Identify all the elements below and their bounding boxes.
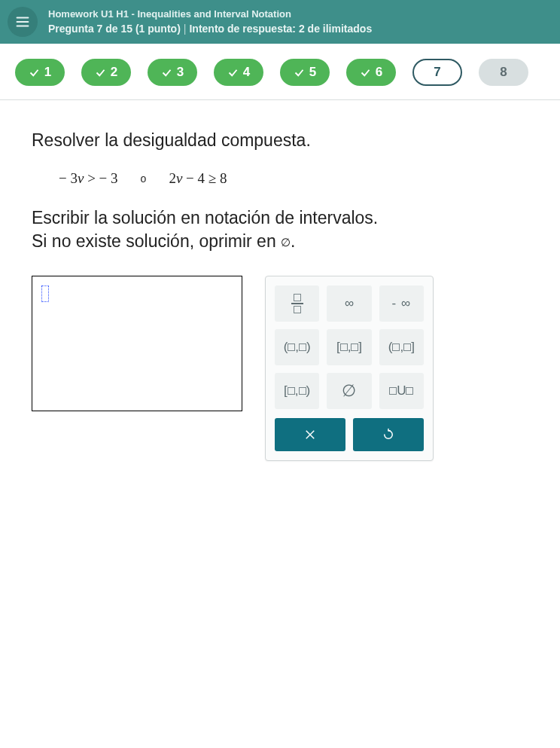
check-icon bbox=[294, 67, 305, 78]
closed-open-icon: [,) bbox=[284, 383, 310, 398]
check-icon bbox=[227, 67, 239, 78]
key-interval-closed-closed[interactable]: [,] bbox=[327, 329, 371, 365]
key-interval-open-open[interactable]: (,) bbox=[275, 329, 319, 365]
question-subtitle: Pregunta 7 de 15 (1 punto)|Intento de re… bbox=[48, 22, 372, 36]
close-icon bbox=[303, 428, 317, 441]
check-icon bbox=[29, 67, 40, 78]
question-pill-7[interactable]: 7 bbox=[412, 59, 462, 86]
assignment-title: Homework U1 H1 - Inequalities and Interv… bbox=[48, 8, 372, 21]
pill-number: 4 bbox=[243, 65, 250, 80]
hamburger-icon bbox=[14, 14, 31, 30]
answer-input[interactable] bbox=[32, 276, 242, 411]
app-header: Homework U1 H1 - Inequalities and Interv… bbox=[0, 0, 560, 44]
check-icon bbox=[360, 67, 371, 78]
work-area: ∞ - ∞ (,) [,] (,] [,) ∅ bbox=[32, 276, 528, 461]
empty-set-key-icon: ∅ bbox=[342, 381, 356, 401]
input-cursor-placeholder bbox=[41, 285, 49, 302]
clear-button[interactable] bbox=[275, 418, 345, 451]
or-connector: o bbox=[141, 172, 147, 185]
inequality-row: − 3v > − 3 o 2v − 4 ≥ 8 bbox=[59, 170, 528, 187]
key-interval-closed-open[interactable]: [,) bbox=[275, 373, 319, 409]
question-pill-8[interactable]: 8 bbox=[479, 59, 528, 86]
undo-icon bbox=[382, 428, 395, 441]
pill-number: 7 bbox=[434, 65, 440, 80]
question-pill-1[interactable]: 1 bbox=[15, 59, 65, 86]
open-open-icon: (,) bbox=[284, 340, 311, 355]
question-pill-3[interactable]: 3 bbox=[148, 59, 197, 86]
pill-number: 3 bbox=[177, 65, 184, 80]
closed-closed-icon: [,] bbox=[336, 340, 362, 355]
symbol-palette: ∞ - ∞ (,) [,] (,] [,) ∅ bbox=[265, 276, 434, 461]
question-nav: 12345678 bbox=[0, 44, 560, 100]
menu-button[interactable] bbox=[8, 7, 38, 37]
question-pill-4[interactable]: 4 bbox=[214, 59, 263, 86]
check-icon bbox=[95, 67, 106, 78]
key-neg-infinity[interactable]: - ∞ bbox=[379, 285, 424, 322]
pill-number: 2 bbox=[111, 65, 117, 80]
union-icon: U bbox=[389, 383, 413, 398]
question-pill-2[interactable]: 2 bbox=[81, 59, 131, 86]
undo-button[interactable] bbox=[353, 418, 424, 451]
key-union[interactable]: U bbox=[379, 373, 424, 409]
pill-number: 1 bbox=[44, 65, 51, 80]
question-pill-5[interactable]: 5 bbox=[280, 59, 330, 86]
key-infinity[interactable]: ∞ bbox=[327, 285, 371, 322]
open-closed-icon: (,] bbox=[388, 340, 415, 355]
key-empty-set[interactable]: ∅ bbox=[327, 373, 371, 409]
neg-infinity-icon: - ∞ bbox=[392, 296, 412, 311]
key-fraction[interactable] bbox=[275, 285, 319, 322]
pill-number: 5 bbox=[309, 65, 316, 80]
pill-number: 6 bbox=[376, 65, 382, 80]
inequality-1: − 3v > − 3 bbox=[59, 170, 118, 187]
question-pill-6[interactable]: 6 bbox=[346, 59, 396, 86]
prompt-line-1: Resolver la desigualdad compuesta. bbox=[32, 130, 528, 151]
pill-number: 8 bbox=[500, 65, 507, 80]
check-icon bbox=[161, 67, 172, 78]
empty-set-icon: ∅ bbox=[281, 236, 291, 249]
question-count: Pregunta 7 de 15 (1 punto) bbox=[48, 23, 181, 35]
infinity-icon: ∞ bbox=[345, 296, 354, 311]
key-interval-open-closed[interactable]: (,] bbox=[379, 329, 424, 365]
header-text: Homework U1 H1 - Inequalities and Interv… bbox=[48, 8, 372, 35]
inequality-2: 2v − 4 ≥ 8 bbox=[169, 170, 227, 187]
prompt-line-2: Escribir la solución en notación de inte… bbox=[32, 206, 528, 253]
question-nav-row: 12345678 bbox=[0, 59, 560, 86]
attempt-count: Intento de respuesta: 2 de ilimitados bbox=[189, 23, 372, 35]
question-content: Resolver la desigualdad compuesta. − 3v … bbox=[0, 100, 560, 461]
